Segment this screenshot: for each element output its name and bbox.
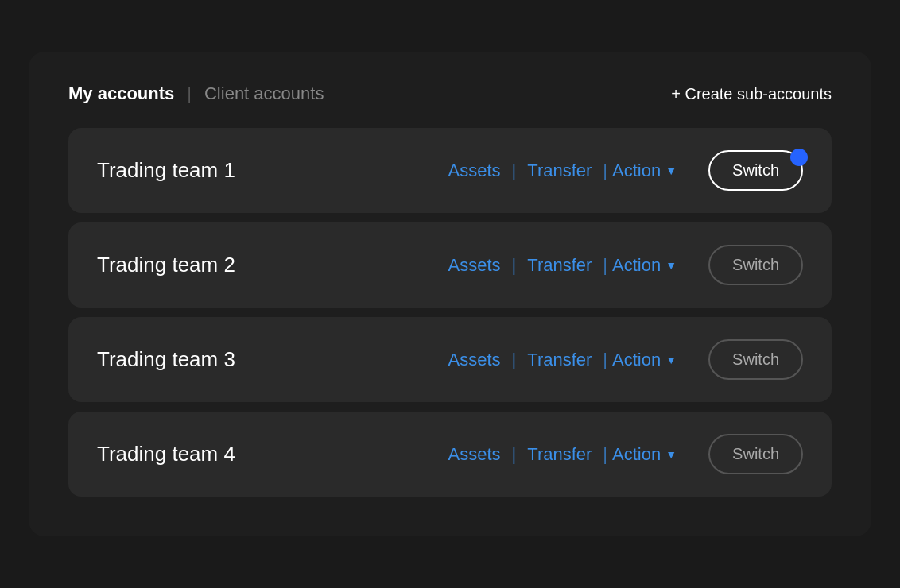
switch-button[interactable]: Switch xyxy=(708,150,803,191)
dropdown-arrow-icon: ▼ xyxy=(665,354,677,366)
switch-button[interactable]: Switch xyxy=(708,245,803,285)
main-container: My accounts | Client accounts + Create s… xyxy=(29,52,871,536)
account-actions: Assets | Transfer | Action ▼ Switch xyxy=(442,339,803,380)
action-dropdown[interactable]: Action ▼ xyxy=(612,350,677,370)
separator-1: | xyxy=(512,350,517,370)
assets-link[interactable]: Assets xyxy=(442,255,507,276)
switch-button[interactable]: Switch xyxy=(708,339,803,380)
account-row: Trading team 1 Assets | Transfer | Actio… xyxy=(68,128,832,213)
assets-link[interactable]: Assets xyxy=(442,444,507,465)
dropdown-arrow-icon: ▼ xyxy=(665,164,677,177)
nav-separator: | xyxy=(187,83,192,104)
action-dropdown[interactable]: Action ▼ xyxy=(612,444,677,465)
dropdown-arrow-icon: ▼ xyxy=(665,259,677,272)
separator-1: | xyxy=(512,255,517,276)
account-name: Trading team 2 xyxy=(97,253,304,277)
header-nav: My accounts | Client accounts xyxy=(68,83,324,104)
account-name: Trading team 4 xyxy=(97,442,304,466)
account-name: Trading team 1 xyxy=(97,158,304,183)
separator-2: | xyxy=(603,255,607,276)
notification-dot xyxy=(790,149,808,166)
accounts-list: Trading team 1 Assets | Transfer | Actio… xyxy=(68,128,832,497)
separator-2: | xyxy=(603,350,607,370)
switch-wrapper: Switch xyxy=(708,245,803,285)
transfer-link[interactable]: Transfer xyxy=(521,444,598,465)
separator-1: | xyxy=(512,444,517,465)
account-name: Trading team 3 xyxy=(97,347,304,372)
account-row: Trading team 3 Assets | Transfer | Actio… xyxy=(68,317,832,402)
dropdown-arrow-icon: ▼ xyxy=(665,448,677,461)
switch-wrapper: Switch xyxy=(708,434,803,474)
transfer-link[interactable]: Transfer xyxy=(521,350,598,370)
action-dropdown[interactable]: Action ▼ xyxy=(612,255,677,276)
assets-link[interactable]: Assets xyxy=(442,350,507,370)
account-actions: Assets | Transfer | Action ▼ Switch xyxy=(442,150,803,191)
transfer-link[interactable]: Transfer xyxy=(521,255,598,276)
switch-wrapper: Switch xyxy=(708,339,803,380)
header: My accounts | Client accounts + Create s… xyxy=(68,83,832,104)
account-row: Trading team 2 Assets | Transfer | Actio… xyxy=(68,222,832,308)
client-accounts-tab[interactable]: Client accounts xyxy=(204,83,324,104)
assets-link[interactable]: Assets xyxy=(442,161,507,181)
account-row: Trading team 4 Assets | Transfer | Actio… xyxy=(68,412,832,497)
account-actions: Assets | Transfer | Action ▼ Switch xyxy=(442,434,803,474)
my-accounts-tab[interactable]: My accounts xyxy=(68,83,174,104)
separator-1: | xyxy=(512,161,517,181)
separator-2: | xyxy=(603,161,607,181)
switch-button[interactable]: Switch xyxy=(708,434,803,474)
transfer-link[interactable]: Transfer xyxy=(521,161,598,181)
account-actions: Assets | Transfer | Action ▼ Switch xyxy=(442,245,803,285)
action-dropdown[interactable]: Action ▼ xyxy=(612,161,677,181)
create-sub-accounts-button[interactable]: + Create sub-accounts xyxy=(671,85,832,103)
switch-wrapper: Switch xyxy=(708,150,803,191)
separator-2: | xyxy=(603,444,607,465)
